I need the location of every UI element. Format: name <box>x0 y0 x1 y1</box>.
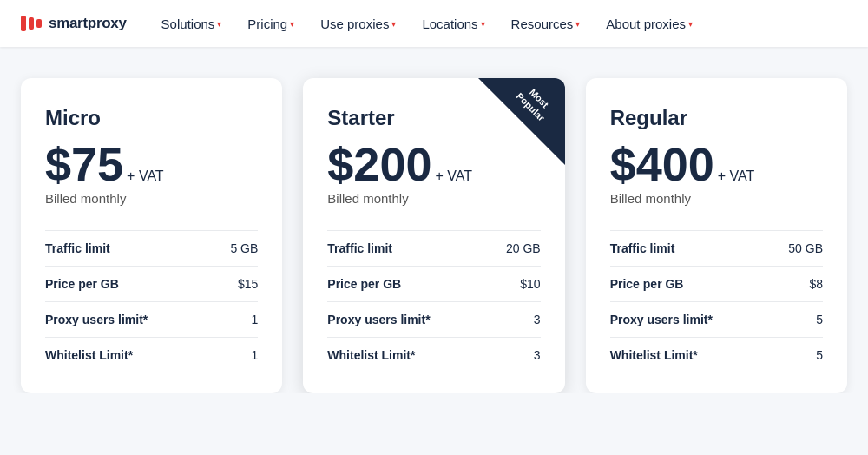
plan-price-row: $75 + VAT <box>45 141 258 188</box>
nav-label-pricing: Pricing <box>247 16 287 31</box>
feature-row: Proxy users limit* 5 <box>610 302 823 338</box>
chevron-down-icon: ▾ <box>217 19 221 29</box>
features-table: Traffic limit 20 GB Price per GB $10 Pro… <box>327 230 540 373</box>
feature-value: 5 <box>769 338 823 373</box>
plan-card-micro: Micro $75 + VAT Billed monthly Traffic l… <box>21 78 282 393</box>
features-table: Traffic limit 50 GB Price per GB $8 Prox… <box>610 230 823 373</box>
feature-value: 20 GB <box>487 231 541 267</box>
pricing-grid: Micro $75 + VAT Billed monthly Traffic l… <box>21 78 847 393</box>
chevron-down-icon: ▾ <box>688 19 693 29</box>
plan-name: Regular <box>610 106 823 130</box>
feature-value: 3 <box>487 302 541 338</box>
plan-billing: Billed monthly <box>45 191 258 206</box>
nav-label-locations: Locations <box>422 16 477 31</box>
feature-row: Proxy users limit* 1 <box>45 302 258 338</box>
feature-value: 50 GB <box>769 231 823 267</box>
nav-item-about-proxies[interactable]: About proxies ▾ <box>595 10 703 38</box>
feature-value: 5 <box>769 302 823 338</box>
feature-label: Proxy users limit* <box>610 302 770 338</box>
feature-row: Whitelist Limit* 5 <box>610 338 823 373</box>
nav-item-pricing[interactable]: Pricing ▾ <box>237 10 305 38</box>
logo-icon <box>21 16 42 31</box>
feature-row: Traffic limit 5 GB <box>45 231 258 267</box>
feature-label: Whitelist Limit* <box>45 338 213 373</box>
feature-value: $10 <box>487 267 541 302</box>
feature-label: Whitelist Limit* <box>327 338 487 373</box>
plan-billing: Billed monthly <box>327 191 540 206</box>
nav-label-solutions: Solutions <box>161 16 215 31</box>
navbar: smartproxy Solutions ▾ Pricing ▾ Use pro… <box>0 0 868 47</box>
logo-bar-1 <box>21 16 26 31</box>
plan-price: $200 <box>327 141 431 188</box>
features-table: Traffic limit 5 GB Price per GB $15 Prox… <box>45 230 258 373</box>
feature-value: $8 <box>769 267 823 302</box>
nav-item-solutions[interactable]: Solutions ▾ <box>151 10 233 38</box>
feature-label: Whitelist Limit* <box>610 338 770 373</box>
nav-label-use-proxies: Use proxies <box>320 16 389 31</box>
feature-row: Traffic limit 50 GB <box>610 231 823 267</box>
feature-label: Price per GB <box>610 267 770 302</box>
plan-vat: + VAT <box>127 168 164 184</box>
feature-label: Traffic limit <box>327 231 487 267</box>
plan-price: $75 <box>45 141 123 188</box>
feature-label: Price per GB <box>327 267 487 302</box>
feature-value: 1 <box>213 302 258 338</box>
nav-item-use-proxies[interactable]: Use proxies ▾ <box>310 10 406 38</box>
logo[interactable]: smartproxy <box>21 15 127 32</box>
plan-card-regular: Regular $400 + VAT Billed monthly Traffi… <box>586 78 847 393</box>
chevron-down-icon: ▾ <box>290 19 294 29</box>
feature-row: Whitelist Limit* 1 <box>45 338 258 373</box>
feature-row: Traffic limit 20 GB <box>327 231 540 267</box>
plan-vat: + VAT <box>718 168 755 184</box>
nav-item-resources[interactable]: Resources ▾ <box>501 10 591 38</box>
feature-value: 1 <box>213 338 258 373</box>
feature-row: Price per GB $8 <box>610 267 823 302</box>
nav-links: Solutions ▾ Pricing ▾ Use proxies ▾ Loca… <box>151 10 847 38</box>
feature-label: Proxy users limit* <box>327 302 487 338</box>
feature-row: Proxy users limit* 3 <box>327 302 540 338</box>
plan-price-row: $400 + VAT <box>610 141 823 188</box>
feature-label: Traffic limit <box>610 231 770 267</box>
plan-price: $400 <box>610 141 714 188</box>
plan-vat: + VAT <box>435 168 472 184</box>
feature-value: 3 <box>487 338 541 373</box>
feature-row: Price per GB $10 <box>327 267 540 302</box>
logo-text: smartproxy <box>49 15 127 32</box>
feature-label: Price per GB <box>45 267 213 302</box>
feature-row: Whitelist Limit* 3 <box>327 338 540 373</box>
logo-bar-2 <box>29 17 34 30</box>
logo-bar-3 <box>36 19 42 28</box>
feature-value: 5 GB <box>213 231 258 267</box>
nav-item-locations[interactable]: Locations ▾ <box>411 10 495 38</box>
feature-label: Traffic limit <box>45 231 213 267</box>
plan-billing: Billed monthly <box>610 191 823 206</box>
plan-card-starter: MostPopular Starter $200 + VAT Billed mo… <box>303 78 564 393</box>
page-content: Micro $75 + VAT Billed monthly Traffic l… <box>0 47 868 393</box>
plan-name: Micro <box>45 106 258 130</box>
nav-label-resources: Resources <box>511 16 574 31</box>
chevron-down-icon: ▾ <box>481 19 485 29</box>
chevron-down-icon: ▾ <box>575 19 580 29</box>
feature-value: $15 <box>213 267 258 302</box>
feature-label: Proxy users limit* <box>45 302 213 338</box>
feature-row: Price per GB $15 <box>45 267 258 302</box>
nav-label-about-proxies: About proxies <box>606 16 686 31</box>
chevron-down-icon: ▾ <box>391 19 396 29</box>
